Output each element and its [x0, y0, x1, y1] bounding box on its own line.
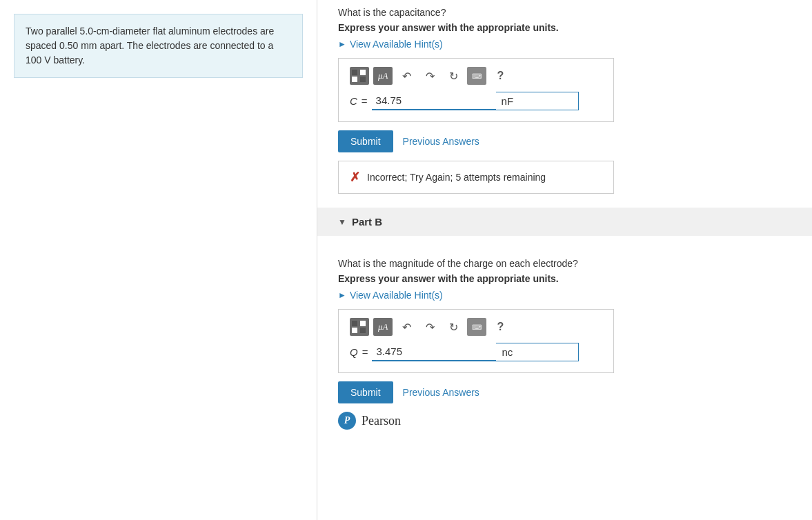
part-b-action-row: Submit Previous Answers	[338, 381, 791, 403]
left-panel: Two parallel 5.0-cm-diameter flat alumin…	[0, 0, 317, 520]
problem-text: Two parallel 5.0-cm-diameter flat alumin…	[26, 26, 274, 66]
pearson-name: Pearson	[362, 414, 401, 428]
part-b-var-label: Q	[350, 346, 358, 358]
part-b-mu-label: μA	[378, 321, 388, 332]
part-b-header: ▼ Part B	[338, 216, 791, 228]
part-b-help-button[interactable]: ?	[491, 318, 510, 336]
problem-box: Two parallel 5.0-cm-diameter flat alumin…	[14, 14, 303, 78]
part-b-arrow-icon: ▼	[338, 217, 346, 227]
part-a-hint-link[interactable]: ► View Available Hint(s)	[338, 39, 791, 50]
part-b-keyboard-button[interactable]: ⌨	[467, 318, 486, 336]
part-b-header-section: ▼ Part B	[317, 208, 812, 236]
part-b-hint-arrow-icon: ►	[338, 290, 346, 300]
part-b-section: What is the magnitude of the charge on e…	[338, 258, 791, 430]
part-b-value-input[interactable]	[372, 343, 496, 361]
part-a-prev-answers-text: Previous Answers	[403, 136, 479, 147]
part-b-undo-button[interactable]: ↶	[397, 318, 416, 336]
part-b-redo-button[interactable]: ↷	[420, 318, 439, 336]
mu-label: μA	[378, 70, 388, 81]
mu-button[interactable]: μA	[373, 67, 393, 85]
part-b-input-row: Q =	[350, 343, 602, 361]
part-b-answer-box: μA ↶ ↷ ↻ ⌨ ? Q =	[338, 309, 614, 373]
refresh-button[interactable]: ↻	[444, 67, 463, 85]
part-a-section: What is the capacitance? Express your an…	[338, 7, 791, 194]
pearson-footer: P Pearson	[338, 412, 791, 430]
help-button[interactable]: ?	[491, 67, 510, 85]
hint-arrow-icon: ►	[338, 39, 346, 49]
part-b-unit-input[interactable]	[496, 343, 579, 361]
part-b-eq-sign: =	[362, 346, 368, 358]
part-b-toolbar: μA ↶ ↷ ↻ ⌨ ?	[350, 318, 602, 336]
part-a-prev-answers-link[interactable]: Previous Answers	[403, 136, 479, 147]
part-a-submit-label: Submit	[350, 136, 381, 147]
part-a-express: Express your answer with the appropriate…	[338, 22, 791, 33]
part-a-action-row: Submit Previous Answers	[338, 130, 791, 152]
part-b-hint-text: View Available Hint(s)	[350, 290, 443, 301]
help-label: ?	[497, 70, 504, 82]
part-a-var-label: C	[350, 95, 357, 107]
error-icon: ✗	[350, 170, 360, 185]
part-a-error-text: Incorrect; Try Again; 5 attempts remaini…	[367, 172, 546, 183]
pearson-logo-letter: P	[344, 415, 350, 426]
part-a-answer-box: μA ↶ ↷ ↻ ⌨ ? C =	[338, 58, 614, 122]
part-b-express: Express your answer with the appropriate…	[338, 273, 791, 284]
part-a-unit-input[interactable]	[496, 92, 579, 110]
part-b-refresh-button[interactable]: ↻	[444, 318, 463, 336]
part-b-submit-label: Submit	[350, 387, 381, 398]
part-a-submit-button[interactable]: Submit	[338, 130, 393, 152]
part-a-error-box: ✗ Incorrect; Try Again; 5 attempts remai…	[338, 161, 614, 194]
part-b-question: What is the magnitude of the charge on e…	[338, 258, 791, 269]
part-b-submit-button[interactable]: Submit	[338, 381, 393, 403]
part-b-prev-answers-text: Previous Answers	[403, 387, 479, 398]
right-panel: What is the capacitance? Express your an…	[317, 0, 812, 520]
keyboard-button[interactable]: ⌨	[467, 67, 486, 85]
part-b-label: Part B	[352, 216, 382, 228]
part-a-hint-text: View Available Hint(s)	[350, 39, 443, 50]
part-a-input-row: C =	[350, 92, 602, 110]
part-a-value-input[interactable]	[372, 92, 496, 110]
part-b-prev-answers-link[interactable]: Previous Answers	[403, 387, 479, 398]
part-a-eq-sign: =	[362, 95, 368, 107]
undo-button[interactable]: ↶	[397, 67, 416, 85]
pearson-logo: P	[338, 412, 356, 430]
part-b-hint-link[interactable]: ► View Available Hint(s)	[338, 290, 791, 301]
part-b-mu-button[interactable]: μA	[373, 318, 393, 336]
grid-button[interactable]	[350, 67, 369, 85]
part-a-toolbar: μA ↶ ↷ ↻ ⌨ ?	[350, 67, 602, 85]
part-b-grid-button[interactable]	[350, 318, 369, 336]
part-a-question: What is the capacitance?	[338, 7, 791, 18]
part-b-help-label: ?	[497, 321, 504, 333]
redo-button[interactable]: ↷	[420, 67, 439, 85]
